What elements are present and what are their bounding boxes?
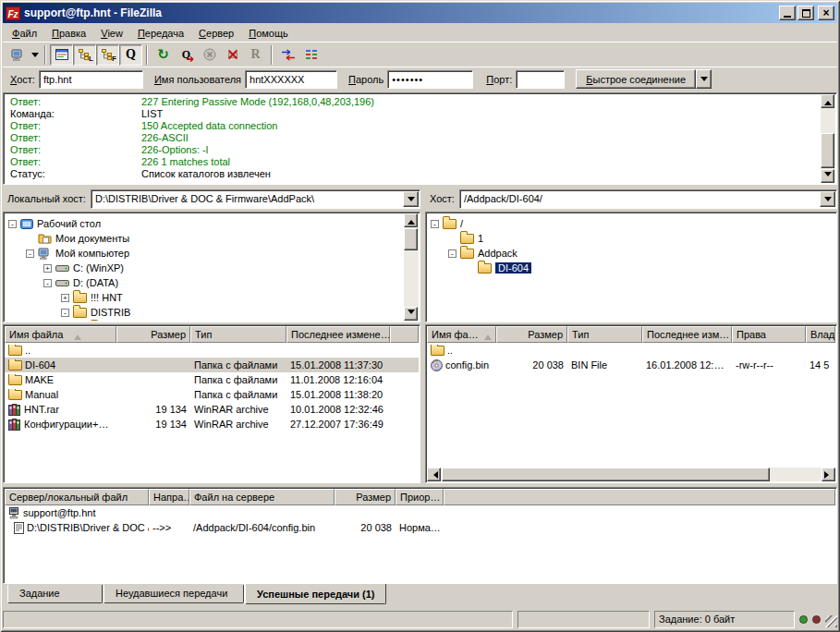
file-row[interactable]: Manual Папка с файлами 15.01.2008 11:38:…: [5, 387, 419, 402]
refresh-button[interactable]: ↻: [152, 44, 175, 66]
close-button[interactable]: ×: [818, 6, 834, 20]
quickconnect-button[interactable]: Быстрое соединение: [576, 69, 696, 89]
username-input[interactable]: [245, 70, 337, 89]
column-header-priority[interactable]: Приор…: [396, 489, 444, 505]
tree-item-label[interactable]: !!! HNT: [91, 292, 123, 303]
column-header-size[interactable]: Размер: [496, 326, 567, 343]
filters-button[interactable]: [276, 44, 299, 66]
expand-icon[interactable]: +: [43, 264, 52, 273]
tree-item[interactable]: + C: (WinXP): [6, 261, 402, 275]
local-tree-scrollbar[interactable]: [404, 213, 419, 321]
tab-failed-transfers[interactable]: Неудавшиеся передачи: [103, 585, 244, 603]
scroll-up-button[interactable]: [404, 213, 418, 227]
column-header-remote-file[interactable]: Файл на сервере: [189, 489, 335, 505]
tree-item-label[interactable]: /: [460, 218, 463, 229]
menu-transfer[interactable]: Передача: [130, 26, 191, 41]
column-header-server-local-file[interactable]: Сервер/локальный файл: [5, 489, 149, 505]
scroll-left-button[interactable]: [427, 468, 441, 481]
port-input[interactable]: [516, 70, 565, 89]
column-header-type[interactable]: Тип: [190, 326, 286, 343]
toggle-queue-button[interactable]: Q: [119, 44, 142, 66]
file-row-up[interactable]: ..: [427, 343, 835, 358]
column-header-direction[interactable]: Напра…: [149, 489, 189, 505]
tree-item-label[interactable]: Addpack: [478, 248, 517, 259]
collapse-icon[interactable]: -: [431, 220, 439, 228]
local-path-value[interactable]: D:\DISTRIB\Driver & DOC & Firmware\AddPa…: [91, 193, 402, 204]
tree-item-label[interactable]: DI-604: [495, 262, 531, 273]
quickconnect-dropdown[interactable]: [696, 69, 712, 89]
cancel-button[interactable]: [198, 44, 221, 66]
process-queue-button[interactable]: Q: [175, 44, 198, 66]
remote-path-dropdown[interactable]: [820, 191, 835, 207]
scrollbar-thumb[interactable]: [442, 468, 770, 481]
collapse-icon[interactable]: -: [448, 249, 457, 258]
maximize-button[interactable]: [797, 6, 814, 20]
column-header-type[interactable]: Тип: [567, 326, 642, 343]
disconnect-button[interactable]: [221, 44, 244, 66]
tab-successful-transfers[interactable]: Успешные передачи (1): [245, 584, 386, 604]
queue-local-file[interactable]: D:\DISTRIB\Driver & DOC & …: [27, 522, 149, 533]
tree-item[interactable]: + !!! HNT: [6, 290, 402, 305]
file-row-selected[interactable]: DI-604 Папка с файлами 15.01.2008 11:37:…: [5, 358, 419, 372]
reconnect-button[interactable]: R: [244, 44, 267, 66]
file-row[interactable]: config.bin 20 038 BIN File 16.01.2008 12…: [427, 358, 835, 372]
tree-item[interactable]: - Addpack: [429, 246, 834, 261]
column-header-permissions[interactable]: Права: [732, 326, 806, 343]
tab-queue[interactable]: Задание: [7, 585, 103, 603]
scroll-down-button[interactable]: [821, 169, 834, 183]
column-header-owner[interactable]: Влад: [806, 326, 835, 343]
toggle-message-log-button[interactable]: [50, 44, 73, 66]
resize-grip[interactable]: [825, 615, 837, 627]
file-row[interactable]: HNT.rar 19 134 WinRAR archive 10.01.2008…: [5, 402, 419, 417]
tree-item[interactable]: + Antivir: [6, 320, 402, 321]
tree-item[interactable]: 1: [429, 231, 834, 246]
column-header-name[interactable]: Имя файла: [5, 326, 116, 343]
menu-edit[interactable]: Правка: [44, 26, 93, 41]
toggle-local-tree-button[interactable]: L: [73, 44, 96, 66]
menu-view[interactable]: View: [93, 26, 130, 41]
remote-path-value[interactable]: /Addpack/DI-604/: [460, 193, 819, 204]
tree-item-label[interactable]: Рабочий стол: [37, 218, 101, 229]
directory-comparison-button[interactable]: [299, 44, 323, 66]
menu-server[interactable]: Сервер: [191, 26, 241, 41]
site-manager-button[interactable]: [6, 44, 30, 66]
file-row[interactable]: MAKE Папка с файлами 11.01.2008 12:16:04: [5, 372, 419, 387]
minimize-button[interactable]: [779, 6, 796, 20]
tree-item-label[interactable]: DISTRIB: [91, 307, 130, 318]
tree-item-label[interactable]: D: (DATA): [73, 277, 118, 288]
column-header-modified[interactable]: Последнее измене…: [286, 326, 390, 343]
tree-item[interactable]: - D: (DATA): [6, 275, 402, 290]
collapse-icon[interactable]: -: [61, 309, 69, 317]
tree-item[interactable]: - Рабочий стол: [6, 216, 402, 231]
expand-icon[interactable]: +: [61, 294, 69, 302]
tree-item-selected[interactable]: DI-604: [429, 261, 834, 275]
menu-file[interactable]: Файл: [5, 26, 44, 41]
toggle-remote-tree-button[interactable]: F: [96, 44, 119, 66]
column-header-modified[interactable]: Последнее изм…: [642, 326, 732, 343]
scroll-right-button[interactable]: [822, 468, 835, 481]
local-path-dropdown[interactable]: [403, 191, 419, 207]
scrollbar-thumb[interactable]: [821, 133, 834, 168]
file-row[interactable]: Конфигурации+… 19 134 WinRAR archive 27.…: [5, 417, 419, 431]
tree-item-label[interactable]: Мои документы: [55, 233, 129, 244]
column-header-size[interactable]: Размер: [335, 489, 396, 505]
password-input[interactable]: [387, 70, 473, 89]
tree-item-label[interactable]: 1: [478, 233, 483, 244]
queue-server-label[interactable]: support@ftp.hnt: [23, 507, 95, 518]
column-header-name[interactable]: Имя фа…: [427, 326, 496, 343]
menu-help[interactable]: Помощь: [241, 26, 296, 41]
host-input[interactable]: [39, 70, 143, 89]
collapse-icon[interactable]: -: [43, 279, 52, 287]
remote-list-hscrollbar[interactable]: [427, 468, 835, 481]
tree-item-label[interactable]: C: (WinXP): [73, 262, 124, 273]
remote-path-combo[interactable]: /Addpack/DI-604/: [459, 189, 837, 209]
tree-item[interactable]: - DISTRIB: [6, 305, 402, 320]
collapse-icon[interactable]: -: [26, 249, 34, 258]
scrollbar-thumb[interactable]: [404, 228, 418, 250]
queue-server-row[interactable]: support@ftp.hnt: [5, 505, 835, 520]
tree-item[interactable]: - Мой компьютер: [6, 246, 402, 261]
local-path-combo[interactable]: D:\DISTRIB\Driver & DOC & Firmware\AddPa…: [91, 189, 420, 209]
queue-item-row[interactable]: D:\DISTRIB\Driver & DOC & … -->> /Addpac…: [5, 520, 835, 535]
site-manager-dropdown[interactable]: [30, 44, 41, 66]
collapse-icon[interactable]: -: [8, 220, 17, 228]
